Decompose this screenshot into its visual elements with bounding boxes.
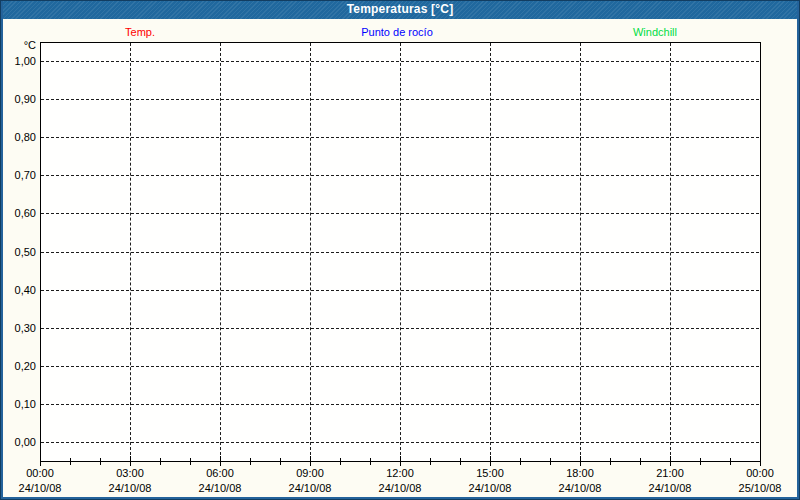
x-tick-time-label: 06:00 — [190, 466, 250, 480]
x-tick-date-label: 24/10/08 — [275, 481, 345, 495]
x-tick-time-label: 18:00 — [550, 466, 610, 480]
x-axis-minor-tick — [190, 458, 191, 465]
x-axis-minor-tick — [160, 458, 161, 465]
x-tick-date-label: 24/10/08 — [455, 481, 525, 495]
x-axis-minor-tick — [250, 458, 251, 465]
y-tick-label: 0,30 — [0, 321, 36, 335]
x-axis-minor-tick — [370, 458, 371, 465]
y-tick-label: 0,10 — [0, 397, 36, 411]
x-axis-minor-tick — [700, 458, 701, 465]
gridline-vertical — [400, 43, 401, 460]
gridline-vertical — [580, 43, 581, 460]
y-tick-label: 0,60 — [0, 206, 36, 220]
y-tick-label: 0,40 — [0, 283, 36, 297]
x-tick-date-label: 24/10/08 — [95, 481, 165, 495]
y-tick-label: 0,20 — [0, 359, 36, 373]
x-tick-date-label: 24/10/08 — [365, 481, 435, 495]
x-axis-minor-tick — [430, 458, 431, 465]
x-tick-time-label: 12:00 — [370, 466, 430, 480]
gridline-vertical — [670, 43, 671, 460]
y-tick-label: 0,50 — [0, 245, 36, 259]
x-axis-minor-tick — [610, 458, 611, 465]
y-tick-label: 0,80 — [0, 130, 36, 144]
x-axis-major-tick — [40, 456, 41, 466]
x-axis-minor-tick — [100, 458, 101, 465]
x-tick-time-label: 09:00 — [280, 466, 340, 480]
x-axis-minor-tick — [520, 458, 521, 465]
x-axis-minor-tick — [460, 458, 461, 465]
y-tick-label: 0,70 — [0, 168, 36, 182]
y-tick-label: 1,00 — [0, 54, 36, 68]
x-tick-time-label: 21:00 — [640, 466, 700, 480]
x-axis-major-tick — [310, 456, 311, 466]
x-axis-minor-tick — [280, 458, 281, 465]
x-tick-time-label: 03:00 — [100, 466, 160, 480]
gridline-vertical — [220, 43, 221, 460]
x-axis-major-tick — [760, 456, 761, 466]
gridline-vertical — [490, 43, 491, 460]
y-tick-label: 0,90 — [0, 92, 36, 106]
window-border-left — [0, 0, 3, 500]
legend-item-windchill: Windchill — [633, 26, 677, 38]
x-tick-date-label: 24/10/08 — [545, 481, 615, 495]
gridline-vertical — [130, 43, 131, 460]
legend-item-temp: Temp. — [125, 26, 155, 38]
x-axis-minor-tick — [640, 458, 641, 465]
y-tick-label: 0,00 — [0, 435, 36, 449]
x-axis-minor-tick — [70, 458, 71, 465]
x-axis-major-tick — [670, 456, 671, 466]
x-axis-major-tick — [400, 456, 401, 466]
x-tick-time-label: 00:00 — [730, 466, 790, 480]
chart-title-bar: Temperaturas [°C] — [0, 0, 800, 19]
x-tick-date-label: 24/10/08 — [635, 481, 705, 495]
x-axis-major-tick — [580, 456, 581, 466]
x-axis-major-tick — [490, 456, 491, 466]
x-axis-minor-tick — [340, 458, 341, 465]
x-tick-date-label: 24/10/08 — [5, 481, 75, 495]
x-tick-date-label: 25/10/08 — [725, 481, 795, 495]
gridline-vertical — [310, 43, 311, 460]
x-axis-major-tick — [130, 456, 131, 466]
x-tick-time-label: 15:00 — [460, 466, 520, 480]
x-axis-major-tick — [220, 456, 221, 466]
chart-title: Temperaturas [°C] — [347, 2, 454, 16]
chart-layer: °C1,000,900,800,700,600,500,400,300,200,… — [0, 0, 800, 500]
x-tick-time-label: 00:00 — [10, 466, 70, 480]
x-tick-date-label: 24/10/08 — [185, 481, 255, 495]
x-axis-minor-tick — [550, 458, 551, 465]
legend-item-dew-point: Punto de rocío — [361, 26, 433, 38]
x-axis-minor-tick — [730, 458, 731, 465]
